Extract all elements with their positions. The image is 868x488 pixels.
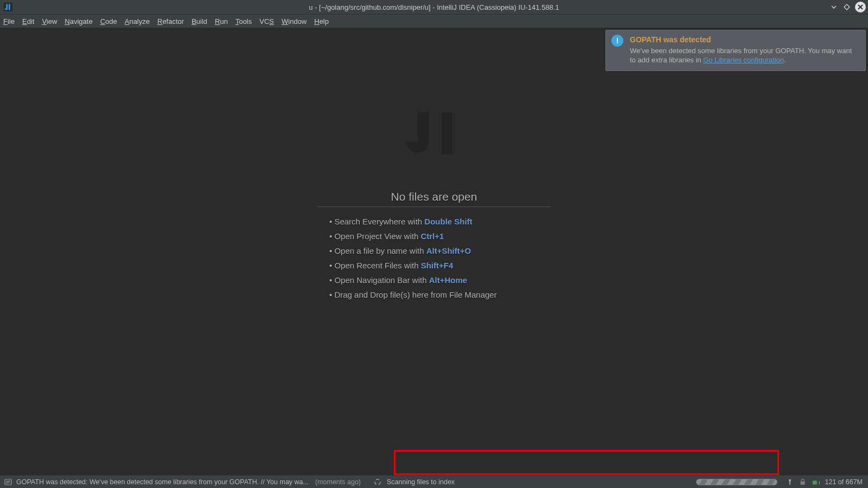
svg-rect-2 <box>442 112 452 155</box>
info-icon: ! <box>611 35 623 47</box>
menu-tools[interactable]: Tools <box>235 17 252 25</box>
window-minimize-button[interactable] <box>829 2 839 12</box>
window-maximize-button[interactable] <box>842 2 852 12</box>
welcome-tip: Open Recent Files with Shift+F4 <box>329 261 551 270</box>
shortcut-hint: Alt+Home <box>429 275 467 285</box>
shortcut-hint: Double Shift <box>424 217 472 226</box>
menu-code[interactable]: Code <box>100 17 117 25</box>
welcome-tip: Search Everywhere with Double Shift <box>329 217 551 226</box>
window-close-button[interactable] <box>855 2 866 12</box>
menu-navigate[interactable]: Navigate <box>65 17 92 25</box>
svg-rect-1 <box>9 4 10 10</box>
menu-build[interactable]: Build <box>192 17 207 25</box>
background-task-label[interactable]: Scanning files to index <box>387 478 455 486</box>
welcome-tip: Drag and Drop file(s) here from File Man… <box>329 290 551 299</box>
shortcut-hint: Alt+Shift+O <box>426 246 471 255</box>
window-titlebar: u - [~/golang/src/github.com/dlsniper/u]… <box>0 0 868 14</box>
svg-rect-10 <box>801 481 805 485</box>
progress-bar[interactable] <box>696 479 777 485</box>
lock-icon[interactable] <box>799 478 807 486</box>
welcome-tip: Open Navigation Bar with Alt+Home <box>329 275 551 285</box>
menu-vcs[interactable]: VCS <box>259 17 274 25</box>
menu-window[interactable]: Window <box>282 17 307 25</box>
menu-bar: FileEditViewNavigateCodeAnalyzeRefactorB… <box>0 14 868 28</box>
go-libraries-config-link[interactable]: Go Libraries configuration <box>703 56 784 64</box>
notification-balloon: ! GOPATH was detected We've been detecte… <box>605 30 866 71</box>
menu-file[interactable]: File <box>3 17 15 25</box>
svg-point-7 <box>375 479 380 485</box>
inspections-icon[interactable] <box>786 478 794 486</box>
memory-indicator[interactable]: 121 of 667M <box>825 478 863 486</box>
menu-edit[interactable]: Edit <box>22 17 34 25</box>
welcome-heading: No files are open <box>317 190 551 207</box>
status-message[interactable]: GOPATH was detected: We've been detected… <box>16 478 309 486</box>
app-logo-icon <box>2 1 14 13</box>
svg-rect-11 <box>812 480 816 484</box>
vcs-status-icon[interactable]: 1 <box>812 478 820 486</box>
svg-rect-9 <box>789 481 790 485</box>
status-bar: GOPATH was detected: We've been detected… <box>0 475 868 488</box>
notification-body: We've been detected some libraries from … <box>630 46 858 65</box>
spinner-icon <box>374 478 381 486</box>
welcome-tip: Open a file by name with Alt+Shift+O <box>329 246 551 255</box>
editor-empty-area: ! GOPATH was detected We've been detecte… <box>0 28 868 475</box>
shortcut-hint: Shift+F4 <box>421 261 454 270</box>
status-time: (moments ago) <box>315 478 361 486</box>
annotation-highlight-box <box>394 450 779 475</box>
welcome-panel: No files are open Search Everywhere with… <box>317 109 551 305</box>
event-log-icon[interactable] <box>4 478 12 486</box>
menu-view[interactable]: View <box>42 17 57 25</box>
svg-rect-8 <box>789 479 791 481</box>
menu-refactor[interactable]: Refactor <box>157 17 184 25</box>
svg-rect-0 <box>4 3 12 11</box>
menu-analyze[interactable]: Analyze <box>125 17 150 25</box>
window-title: u - [~/golang/src/github.com/dlsniper/u]… <box>0 3 868 11</box>
svg-text:1: 1 <box>818 480 820 485</box>
notification-title: GOPATH was detected <box>630 35 858 45</box>
intellij-watermark-icon <box>407 109 461 158</box>
menu-run[interactable]: Run <box>215 17 228 25</box>
welcome-tip: Open Project View with Ctrl+1 <box>329 232 551 241</box>
menu-help[interactable]: Help <box>314 17 329 25</box>
shortcut-hint: Ctrl+1 <box>420 232 444 241</box>
